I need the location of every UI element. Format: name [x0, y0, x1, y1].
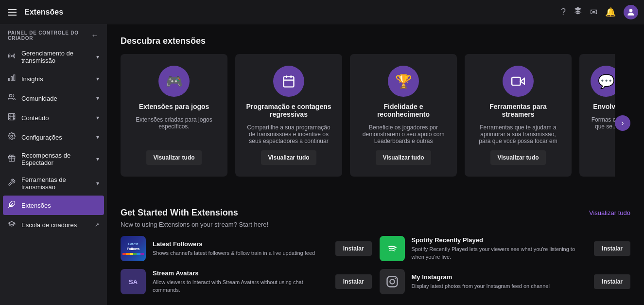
- view-all-schedule-button[interactable]: Visualizar tudo: [261, 150, 316, 165]
- cards-navigation: ›: [615, 54, 630, 192]
- gift-icon: [8, 154, 16, 164]
- view-all-link[interactable]: Visualizar tudo: [589, 209, 630, 216]
- ext-card-desc: Extensões criadas para jogos específicos…: [130, 116, 218, 144]
- sidebar-item-settings[interactable]: Configurações ▾: [0, 127, 107, 147]
- sidebar-item-label: Insights: [21, 75, 90, 83]
- chevron-down-icon: ▾: [96, 54, 99, 60]
- sidebar-item-label: Escola de criadores: [21, 221, 87, 229]
- svg-rect-2: [14, 75, 15, 81]
- camera-icon: [503, 66, 534, 97]
- sidebar-item-label: Extensões: [21, 202, 99, 209]
- menu-button[interactable]: [6, 7, 18, 18]
- help-icon[interactable]: ?: [561, 7, 566, 17]
- latest-followers-thumb: Latest Follows: [121, 236, 146, 261]
- sidebar-item-viewer-rewards[interactable]: Recompensas de Espectador ▾: [0, 147, 107, 171]
- svg-rect-19: [284, 77, 294, 87]
- ext-desc: Display latest photos from your Instagra…: [412, 283, 588, 290]
- ext-card-engage: 💬 Envolve Formas d... que se...: [579, 54, 615, 177]
- svg-point-28: [395, 278, 396, 279]
- tool-icon: [8, 179, 16, 188]
- svg-marker-23: [521, 78, 524, 84]
- sidebar-item-stream-tools[interactable]: Ferramentas de transmissão ▾: [0, 171, 107, 196]
- sidebar-header: PAINEL DE CONTROLE DO CRIADOR ←: [0, 24, 107, 45]
- sidebar-item-label: Ferramentas de transmissão: [21, 176, 90, 191]
- sidebar-item-community[interactable]: Comunidade ▾: [0, 89, 107, 108]
- extensions-list: Latest Follows Latest Followers Shows ch…: [121, 236, 630, 294]
- chevron-down-icon: ▾: [96, 156, 99, 162]
- svg-point-0: [629, 9, 633, 12]
- install-stream-avatars-button[interactable]: Instalar: [335, 274, 372, 289]
- schedule-icon: [273, 66, 304, 97]
- puzzle-icon: [8, 200, 16, 210]
- chevron-down-icon: ▾: [96, 75, 99, 82]
- svg-point-27: [390, 279, 394, 284]
- users-icon: [8, 93, 16, 103]
- trophy-icon: 🏆: [388, 66, 419, 97]
- view-all-loyalty-button[interactable]: Visualizar tudo: [376, 150, 431, 165]
- chevron-down-icon: ▾: [96, 180, 99, 187]
- engage-icon: 💬: [591, 66, 615, 97]
- view-all-gaming-button[interactable]: Visualizar tudo: [146, 150, 201, 165]
- next-card-button[interactable]: ›: [615, 115, 630, 131]
- ext-name: Spotify Recently Played: [412, 236, 588, 244]
- sidebar-item-label: Conteúdo: [21, 114, 90, 122]
- ext-card-title: Fidelidade e reconhecimento: [360, 103, 447, 118]
- list-item-latest-followers: Latest Follows Latest Followers Shows ch…: [121, 236, 372, 261]
- ext-card-loyalty: 🏆 Fidelidade e reconhecimento Beneficie …: [350, 54, 457, 177]
- school-icon: [8, 220, 16, 230]
- sidebar-item-insights[interactable]: Insights ▾: [0, 69, 107, 89]
- ext-name: My Instagram: [412, 273, 588, 281]
- sidebar-item-extensions[interactable]: Extensões: [3, 196, 104, 215]
- spotify-thumb: [380, 236, 405, 261]
- list-item-instagram: My Instagram Display latest photos from …: [380, 269, 631, 294]
- bar-chart-icon: [8, 74, 16, 84]
- ext-card-title: Extensões para jogos: [139, 103, 209, 110]
- ext-card-streamer-tools: Ferramentas para streamers Ferramentas q…: [465, 54, 572, 177]
- ext-card-title: Envolve: [593, 103, 615, 110]
- external-link-icon: ↗: [95, 222, 99, 228]
- main-content: Descubra extensões 🎮 Extensões para jogo…: [107, 24, 644, 305]
- chevron-down-icon: ▾: [96, 134, 99, 141]
- svg-point-1: [11, 55, 13, 57]
- notifications-icon[interactable]: 🔔: [605, 7, 616, 18]
- install-spotify-button[interactable]: Instalar: [594, 241, 630, 256]
- svg-rect-3: [11, 76, 13, 81]
- instagram-thumb: [380, 269, 405, 294]
- ext-card-desc: Beneficie os jogadores por demonstrarem …: [360, 124, 447, 144]
- svg-point-5: [9, 94, 12, 97]
- get-started-title: Get Started With Extensions: [121, 208, 238, 218]
- sidebar-item-creator-camp[interactable]: Escola de criadores ↗: [0, 215, 107, 234]
- gaming-icon: 🎮: [158, 66, 190, 97]
- ext-card-title: Programação e contagens regressivas: [245, 103, 332, 118]
- mail-icon[interactable]: ✉: [590, 7, 597, 18]
- list-item-stream-avatars: SA Stream Avatars Allow viewers to inter…: [121, 269, 372, 294]
- ext-name: Latest Followers: [153, 240, 329, 248]
- view-all-streamer-tools-button[interactable]: Visualizar tudo: [490, 150, 545, 165]
- sidebar-item-label: Gerenciamento de transmissão: [21, 50, 90, 64]
- install-instagram-button[interactable]: Instalar: [594, 274, 630, 289]
- ext-name: Stream Avatars: [153, 269, 329, 277]
- avatar[interactable]: [624, 5, 638, 19]
- top-navigation: Extensões ? ✉ 🔔: [0, 0, 644, 24]
- ext-desc: Shows channel's latest followers & follo…: [153, 250, 329, 257]
- ext-card-desc: Ferramentas que te ajudam a aprimorar a …: [474, 124, 562, 144]
- ext-card-desc: Compartilhe a sua programação de transmi…: [245, 124, 332, 144]
- install-latest-followers-button[interactable]: Instalar: [335, 241, 372, 256]
- chevron-down-icon: ▾: [96, 95, 99, 102]
- sidebar-item-label: Recompensas de Espectador: [21, 152, 90, 166]
- radio-icon: [8, 52, 16, 62]
- discover-title: Descubra extensões: [121, 36, 630, 46]
- film-icon: [8, 113, 16, 123]
- ext-card-desc: Formas d... que se...: [589, 116, 615, 165]
- get-started-header: Get Started With Extensions Visualizar t…: [121, 208, 630, 218]
- collapse-sidebar-button[interactable]: ←: [91, 31, 99, 40]
- sidebar-item-label: Configurações: [21, 134, 90, 141]
- ext-card-title: Ferramentas para streamers: [474, 103, 562, 118]
- svg-rect-26: [387, 277, 397, 287]
- sidebar-item-stream-management[interactable]: Gerenciamento de transmissão ▾: [0, 45, 107, 69]
- get-started-subtitle: New to using Extensions on your stream? …: [121, 221, 630, 228]
- sidebar-item-content[interactable]: Conteúdo ▾: [0, 108, 107, 127]
- bits-icon[interactable]: [574, 6, 582, 18]
- ext-desc: Allow viewers to interact with Stream Av…: [153, 279, 329, 294]
- svg-point-14: [11, 135, 13, 137]
